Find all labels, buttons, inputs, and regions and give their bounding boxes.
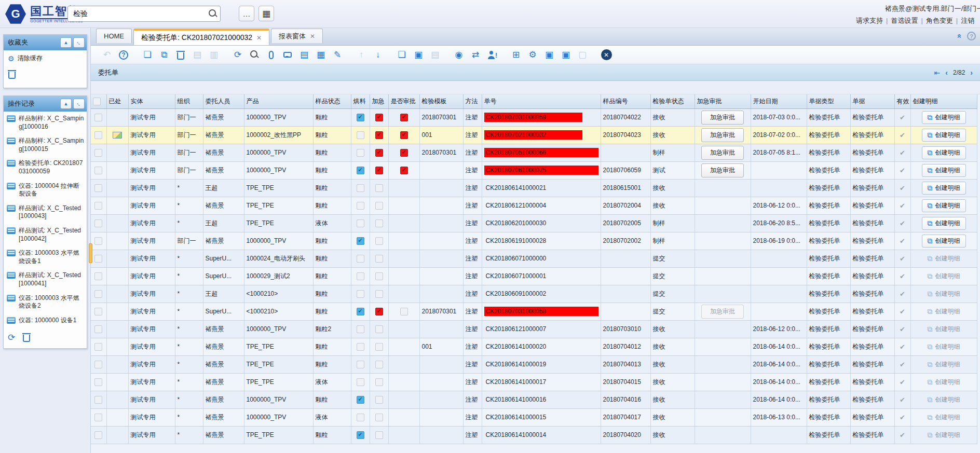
- table-row[interactable]: 测试专用*SuperU...1000029_测试2颗粒注塑CK201806071…: [91, 267, 977, 285]
- history-item[interactable]: 仪器: 1000004 拉伸断裂设备: [4, 179, 87, 201]
- col-header-16[interactable]: 开始日期: [751, 94, 807, 108]
- approve-checkbox[interactable]: [400, 149, 408, 157]
- table-row[interactable]: 测试专用*褚燕景TPE_TPE液体注塑CK2018061410000172018…: [91, 373, 977, 391]
- baking-checkbox[interactable]: [357, 396, 364, 404]
- urgent-checkbox[interactable]: [375, 167, 383, 174]
- search-icon[interactable]: [209, 9, 217, 18]
- baking-checkbox[interactable]: [357, 272, 364, 280]
- col-header-14[interactable]: 检验单状态: [650, 94, 695, 108]
- urgent-checkbox[interactable]: [375, 431, 383, 439]
- table-row[interactable]: 测试专用*王超<1000210>颗粒注塑CK201806091000002提交检…: [91, 285, 977, 303]
- approve-checkbox[interactable]: [400, 167, 408, 174]
- col-header-11[interactable]: 方法: [463, 94, 482, 108]
- create-detail-button[interactable]: ⧉创建明细: [922, 146, 966, 159]
- download-icon[interactable]: ↓: [371, 49, 385, 61]
- baking-checkbox[interactable]: [357, 184, 364, 192]
- create-detail-button[interactable]: ⧉创建明细: [922, 164, 966, 177]
- row-checkbox[interactable]: [94, 149, 102, 157]
- urgent-checkbox[interactable]: [375, 308, 383, 315]
- doc-export-icon[interactable]: ▣: [559, 49, 573, 61]
- archive-icon[interactable]: ▣: [412, 49, 425, 61]
- baking-checkbox[interactable]: [357, 255, 364, 263]
- approve-checkbox[interactable]: [400, 308, 408, 315]
- create-detail-button[interactable]: ⧉创建明细: [922, 217, 966, 230]
- urgent-checkbox[interactable]: [375, 325, 383, 333]
- row-checkbox[interactable]: [94, 378, 102, 386]
- favorites-expand-button[interactable]: ↔: [73, 37, 85, 48]
- doc-check-icon[interactable]: ▣: [542, 49, 556, 61]
- qr-code-button[interactable]: ▦: [258, 6, 274, 21]
- history-item[interactable]: 样品测试: X_C_Tested[1000041]: [4, 268, 87, 291]
- col-header-1[interactable]: 已处: [106, 94, 128, 108]
- row-checkbox[interactable]: [94, 219, 102, 227]
- history-item[interactable]: 样品测试: X_C_Tested[1000043]: [4, 201, 87, 224]
- history-item[interactable]: 检验委托单: CK201807031000059: [4, 156, 87, 179]
- row-checkbox[interactable]: [94, 255, 102, 263]
- urgent-checkbox[interactable]: [375, 343, 383, 351]
- history-item[interactable]: 样品制样: X_C_Samping[1000016: [4, 112, 87, 134]
- urgent-checkbox[interactable]: [375, 202, 383, 210]
- urgent-checkbox[interactable]: [375, 361, 383, 368]
- approve-checkbox[interactable]: [400, 131, 408, 139]
- urgent-checkbox[interactable]: [375, 378, 383, 386]
- urgent-approve-button[interactable]: 加急审批: [701, 146, 744, 160]
- history-expand-button[interactable]: ↔: [73, 99, 85, 109]
- urgent-approve-button[interactable]: 加急审批: [701, 163, 744, 177]
- col-header-6[interactable]: 样品状态: [313, 94, 351, 108]
- audit-icon[interactable]: ◉: [452, 49, 466, 61]
- table-row[interactable]: 测试专用*SuperU...1000024_电动牙刷头颗粒注塑CK2018060…: [91, 250, 977, 267]
- create-detail-button[interactable]: ⧉创建明细: [922, 129, 966, 142]
- baking-checkbox[interactable]: [357, 219, 364, 227]
- collapse-tabs-icon[interactable]: «: [955, 34, 964, 38]
- row-checkbox[interactable]: [94, 343, 102, 351]
- row-checkbox[interactable]: [94, 308, 102, 315]
- row-checkbox[interactable]: [94, 184, 102, 192]
- prev-page-icon[interactable]: ‹: [945, 68, 948, 77]
- calculator-icon[interactable]: ⊞: [509, 49, 523, 61]
- approve-checkbox[interactable]: [400, 114, 408, 121]
- col-header-4[interactable]: 委托人员: [203, 94, 244, 108]
- pdf-icon[interactable]: ❏: [395, 49, 409, 61]
- urgent-checkbox[interactable]: [375, 131, 383, 139]
- col-header-0[interactable]: [91, 94, 106, 108]
- table-row[interactable]: 测试专用*褚燕景1000000_TPV液体注塑CK201806141000015…: [91, 408, 977, 426]
- first-page-icon[interactable]: ⇤: [934, 68, 941, 77]
- create-detail-button[interactable]: ⧉创建明细: [922, 199, 966, 212]
- baking-checkbox[interactable]: [357, 290, 364, 298]
- history-item[interactable]: 样品制样: X_C_Samping[1000015: [4, 134, 87, 156]
- cancel-icon[interactable]: ✕: [600, 49, 613, 61]
- row-checkbox[interactable]: [94, 361, 102, 368]
- row-checkbox[interactable]: [94, 325, 102, 333]
- row-checkbox[interactable]: [94, 131, 102, 139]
- baking-checkbox[interactable]: [357, 202, 364, 210]
- table-row[interactable]: 测试专用*褚燕景1000000_TPV颗粒2注塑CK20180612100000…: [91, 320, 977, 338]
- table-row[interactable]: 测试专用*褚燕景TPE_TPE颗粒001注塑CK2018061410000202…: [91, 338, 977, 355]
- urgent-checkbox[interactable]: [375, 255, 383, 263]
- baking-checkbox[interactable]: [357, 237, 364, 245]
- row-checkbox[interactable]: [94, 414, 102, 421]
- table-row[interactable]: 测试专用*褚燕景TPE_TPE颗粒注塑CK2018061210000042018…: [91, 197, 977, 214]
- baking-checkbox[interactable]: [357, 343, 364, 351]
- favorites-item-clear-cache[interactable]: ⚙ 清除缓存: [4, 50, 87, 66]
- urgent-checkbox[interactable]: [375, 272, 383, 280]
- table-row[interactable]: 测试专用部门一褚燕景1000002_改性黑PP颗粒001注塑CK20180702…: [91, 126, 977, 144]
- table-row[interactable]: 测试专用部门一褚燕景1000000_TPV颗粒注塑CK2018070610000…: [91, 161, 977, 179]
- baking-checkbox[interactable]: [357, 361, 364, 368]
- table-row[interactable]: 测试专用部门一褚燕景1000000_TPV颗粒2018070301注塑CK201…: [91, 144, 977, 161]
- gear-icon[interactable]: ⚙: [526, 49, 539, 61]
- urgent-checkbox[interactable]: [375, 237, 383, 245]
- baking-checkbox[interactable]: [357, 131, 364, 139]
- col-header-17[interactable]: 单据类型: [807, 94, 850, 108]
- row-checkbox[interactable]: [94, 114, 102, 121]
- trash-icon[interactable]: [22, 333, 31, 342]
- link-logout[interactable]: 注销: [958, 17, 977, 24]
- col-header-15[interactable]: 加急审批: [695, 94, 751, 108]
- baking-checkbox[interactable]: [357, 308, 364, 315]
- urgent-checkbox[interactable]: [375, 414, 383, 421]
- col-header-18[interactable]: 单据: [850, 94, 894, 108]
- table-row[interactable]: 测试专用*王超TPE_TPE颗粒注塑CK20180614100002120180…: [91, 179, 977, 197]
- tab-close-icon[interactable]: ✕: [256, 34, 262, 42]
- row-checkbox[interactable]: [94, 167, 102, 174]
- col-header-2[interactable]: 实体: [128, 94, 175, 108]
- trash-icon[interactable]: [8, 70, 16, 79]
